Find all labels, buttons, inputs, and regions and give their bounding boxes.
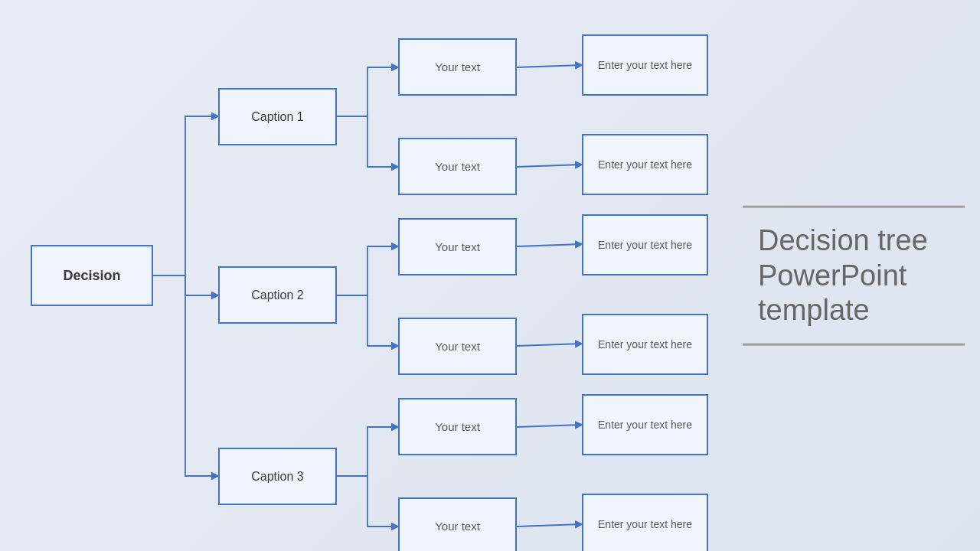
caption-3-node[interactable]: Caption 3 [218, 448, 337, 505]
slide-title: Decision tree PowerPoint template [758, 223, 949, 328]
svg-line-1 [517, 65, 582, 67]
entertext-4-node[interactable]: Enter your text here [582, 314, 708, 375]
svg-line-2 [517, 165, 582, 167]
caption-1-node[interactable]: Caption 1 [218, 88, 337, 145]
entertext-5-node[interactable]: Enter your text here [582, 394, 708, 455]
yourtext-5-node[interactable]: Your text [398, 398, 517, 455]
entertext-1-label: Enter your text here [598, 59, 692, 71]
entertext-2-label: Enter your text here [598, 158, 692, 171]
yourtext-3-label: Your text [435, 240, 480, 253]
slide: Decision Caption 1 Caption 2 Caption 3 Y… [0, 0, 980, 551]
svg-line-3 [517, 244, 582, 246]
yourtext-4-label: Your text [435, 340, 480, 353]
caption-3-label: Caption 3 [251, 470, 304, 484]
svg-line-4 [517, 344, 582, 346]
yourtext-4-node[interactable]: Your text [398, 318, 517, 375]
yourtext-1-label: Your text [435, 60, 480, 73]
svg-line-5 [517, 425, 582, 427]
entertext-3-label: Enter your text here [598, 239, 692, 251]
yourtext-1-node[interactable]: Your text [398, 38, 517, 96]
yourtext-2-node[interactable]: Your text [398, 138, 517, 195]
yourtext-5-label: Your text [435, 420, 480, 433]
caption-2-node[interactable]: Caption 2 [218, 266, 337, 324]
yourtext-2-label: Your text [435, 160, 480, 173]
entertext-2-node[interactable]: Enter your text here [582, 134, 708, 195]
tree-container: Decision Caption 1 Caption 2 Caption 3 Y… [15, 15, 750, 536]
yourtext-6-node[interactable]: Your text [398, 497, 517, 551]
caption-1-label: Caption 1 [251, 110, 304, 124]
entertext-4-label: Enter your text here [598, 338, 692, 350]
entertext-1-node[interactable]: Enter your text here [582, 34, 708, 96]
title-box: Decision tree PowerPoint template [743, 206, 965, 346]
caption-2-label: Caption 2 [251, 289, 304, 302]
yourtext-6-label: Your text [435, 520, 480, 533]
entertext-6-node[interactable]: Enter your text here [582, 494, 708, 551]
decision-label: Decision [63, 268, 120, 284]
yourtext-3-node[interactable]: Your text [398, 218, 517, 276]
svg-line-6 [517, 524, 582, 527]
entertext-5-label: Enter your text here [598, 419, 692, 431]
entertext-6-label: Enter your text here [598, 518, 692, 530]
entertext-3-node[interactable]: Enter your text here [582, 214, 708, 276]
decision-node[interactable]: Decision [31, 245, 153, 306]
